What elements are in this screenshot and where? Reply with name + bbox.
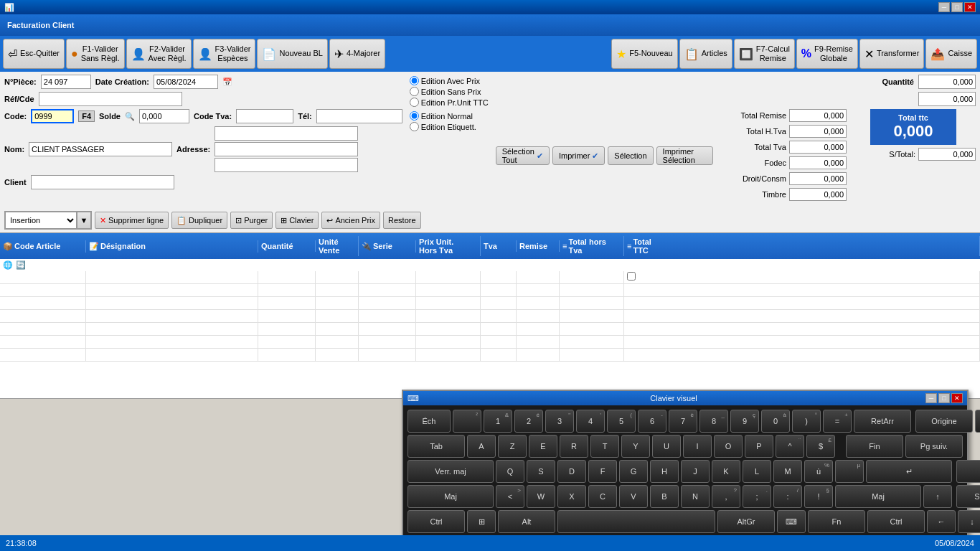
keyboard-restore-button[interactable]: □	[938, 393, 950, 403]
total-htva-input[interactable]	[789, 125, 847, 138]
kb-ins[interactable]: Ins	[956, 460, 980, 483]
kb-ctrl-right[interactable]: Ctrl	[867, 510, 925, 533]
transformer-button[interactable]: ✕ Transformer	[859, 39, 925, 69]
kb-pgsuiv[interactable]: Pg suiv.	[905, 435, 963, 458]
close-button[interactable]: ✕	[964, 2, 976, 12]
kb-square[interactable]: ²	[453, 410, 481, 433]
kb-j[interactable]: J	[681, 460, 710, 483]
selection-tout-button[interactable]: Sélection Tout ✔	[496, 146, 550, 165]
kb-verr-maj[interactable]: Verr. maj	[407, 460, 494, 483]
kb-6[interactable]: -6	[638, 410, 666, 433]
quantite-input1[interactable]	[918, 75, 976, 89]
kb-f[interactable]: F	[588, 460, 617, 483]
dupliquer-button[interactable]: 📋 Dupliquer	[171, 212, 227, 229]
kb-pgprec[interactable]: Pg préc.	[975, 410, 980, 433]
insertion-arrow[interactable]: ▼	[77, 212, 91, 229]
kb-percent[interactable]: %ù	[804, 460, 833, 483]
minimize-button[interactable]: ─	[938, 2, 950, 12]
kb-mu[interactable]: µ	[835, 460, 864, 483]
supprimer-ligne-button[interactable]: ✕ Supprimer ligne	[95, 212, 169, 229]
kb-w[interactable]: W	[527, 485, 555, 508]
f9-remise-button[interactable]: % F9-RemiseGlobale	[796, 39, 858, 69]
kb-q[interactable]: Q	[496, 460, 524, 483]
date-picker-icon[interactable]: 📅	[222, 77, 232, 87]
imprimer-selection-button1[interactable]: Imprimer ✔	[552, 146, 605, 165]
kb-altgr[interactable]: AltGr	[717, 510, 775, 533]
code-tva-input[interactable]	[236, 109, 293, 123]
timbre-input[interactable]	[789, 188, 847, 201]
kb-fin[interactable]: Fin	[846, 435, 903, 458]
nouveau-bl-button[interactable]: 📄 Nouveau BL	[257, 39, 328, 69]
f3-valider-button[interactable]: 👤 F3-ValiderEspèces	[193, 39, 256, 69]
adresse-line3-input[interactable]	[215, 158, 358, 172]
kb-e[interactable]: E	[529, 435, 557, 458]
refresh-icon[interactable]: 🔄	[16, 260, 26, 270]
kb-r[interactable]: R	[560, 435, 588, 458]
kb-suppr[interactable]: Suppr	[956, 485, 980, 508]
kb-b[interactable]: B	[650, 485, 679, 508]
kb-maj-right[interactable]: Maj	[835, 485, 921, 508]
client-input[interactable]	[31, 175, 174, 189]
kb-ctrl-left[interactable]: Ctrl	[407, 510, 465, 533]
fodec-input[interactable]	[789, 156, 847, 169]
kb-9[interactable]: ç9	[730, 410, 759, 433]
kb-dot[interactable]: .;	[743, 485, 771, 508]
f2-valider-button[interactable]: 👤 F2-ValiderAvec Règl.	[126, 39, 192, 69]
droit-consm-input[interactable]	[789, 172, 847, 185]
kb-slash[interactable]: /:	[773, 485, 802, 508]
kb-h[interactable]: H	[650, 460, 679, 483]
kb-y[interactable]: Y	[621, 435, 650, 458]
adresse-line1-input[interactable]	[215, 126, 358, 141]
edition-etiquette-radio[interactable]	[410, 122, 419, 131]
caisse-button[interactable]: 📤 Caisse	[925, 39, 977, 69]
kb-c[interactable]: C	[588, 485, 617, 508]
kb-a[interactable]: A	[467, 435, 496, 458]
total-remise-input[interactable]	[789, 109, 847, 122]
kb-alt[interactable]: Alt	[498, 510, 555, 533]
kb-o[interactable]: O	[714, 435, 743, 458]
kb-down-arrow[interactable]: ↓	[958, 510, 980, 533]
adresse-line2-input[interactable]	[215, 142, 358, 156]
kb-fn[interactable]: Fn	[808, 510, 865, 533]
kb-1[interactable]: &1	[484, 410, 512, 433]
kb-m[interactable]: M	[773, 460, 802, 483]
nom-input[interactable]	[29, 142, 172, 156]
f5-nouveau-button[interactable]: ★ F5-Nouveau	[611, 39, 678, 69]
kb-enter[interactable]: ↵	[866, 460, 952, 483]
kb-pound[interactable]: £$	[806, 435, 835, 458]
kb-l[interactable]: L	[743, 460, 771, 483]
tel-input[interactable]	[316, 109, 402, 123]
subtotal-input[interactable]	[918, 148, 976, 161]
kb-7[interactable]: è7	[669, 410, 697, 433]
kb-t[interactable]: T	[590, 435, 619, 458]
kb-paren[interactable]: °)	[792, 410, 821, 433]
date-input[interactable]	[154, 75, 218, 89]
kb-5[interactable]: (5	[607, 410, 636, 433]
kb-comma[interactable]: ?,	[712, 485, 740, 508]
kb-3[interactable]: "3	[545, 410, 574, 433]
edition-normal-radio[interactable]	[410, 111, 419, 121]
kb-g[interactable]: G	[619, 460, 648, 483]
solde-search-icon[interactable]: 🔍	[125, 112, 135, 121]
solde-input[interactable]	[139, 109, 189, 123]
kb-4[interactable]: '4	[576, 410, 605, 433]
edition-avec-prix-radio[interactable]	[410, 76, 419, 85]
clavier-button[interactable]: ⊞ Clavier	[275, 212, 319, 229]
kb-gt[interactable]: ><	[496, 485, 524, 508]
keyboard-minimize-button[interactable]: ─	[925, 393, 937, 403]
kb-k[interactable]: K	[712, 460, 740, 483]
esc-quitter-button[interactable]: ⏎ Esc-Quitter	[3, 39, 65, 69]
kb-i[interactable]: I	[683, 435, 712, 458]
kb-space[interactable]	[557, 510, 715, 533]
piece-input[interactable]	[41, 75, 91, 89]
edition-sans-prix-radio[interactable]	[410, 87, 419, 96]
kb-s[interactable]: S	[527, 460, 555, 483]
kb-keyboard-icon[interactable]: ⌨	[777, 510, 806, 533]
kb-p[interactable]: P	[745, 435, 773, 458]
kb-origine[interactable]: Origine	[915, 410, 973, 433]
kb-ech[interactable]: Éch	[407, 410, 451, 433]
row-checkbox[interactable]	[627, 272, 636, 281]
keyboard-close-button[interactable]: ✕	[951, 393, 963, 403]
kb-windows[interactable]: ⊞	[467, 510, 496, 533]
f7-calcul-button[interactable]: 🔲 F7-CalculRemise	[734, 39, 795, 69]
